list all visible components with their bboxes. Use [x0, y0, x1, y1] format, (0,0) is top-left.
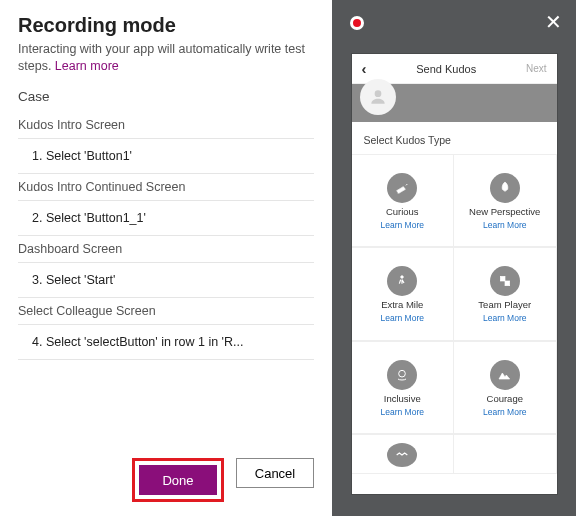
hiker-icon — [387, 266, 417, 296]
panel-subtitle: Interacting with your app will automatic… — [18, 41, 314, 75]
step-row[interactable]: 3. Select 'Start' — [18, 263, 314, 298]
puzzle-icon — [490, 266, 520, 296]
kudos-label: Curious — [386, 206, 419, 217]
panel-footer: Done Cancel — [18, 444, 314, 502]
avatar-band — [352, 84, 557, 122]
close-icon[interactable]: ✕ — [545, 12, 562, 32]
kudos-courage[interactable]: Courage Learn More — [454, 341, 557, 434]
step-row[interactable]: 4. Select 'selectButton' in row 1 in 'R.… — [18, 325, 314, 360]
svg-point-1 — [401, 276, 404, 279]
steps-list: Kudos Intro Screen 1. Select 'Button1' K… — [18, 112, 314, 444]
kudos-label: Extra Mile — [381, 299, 423, 310]
learn-more-link[interactable]: Learn More — [381, 220, 424, 230]
telescope-icon — [387, 173, 417, 203]
kudos-extra-mile[interactable]: Extra Mile Learn More — [352, 247, 455, 340]
preview-area: ✕ ‹ Send Kudos Next Select Kudos Type Cu… — [332, 0, 576, 516]
step-row[interactable]: 2. Select 'Button1_1' — [18, 201, 314, 236]
kudos-label: Inclusive — [384, 393, 421, 404]
kudos-inclusive[interactable]: Inclusive Learn More — [352, 341, 455, 434]
svg-rect-2 — [500, 277, 505, 282]
record-icon[interactable] — [350, 16, 364, 30]
phone-preview: ‹ Send Kudos Next Select Kudos Type Curi… — [352, 54, 557, 494]
section-title: Kudos Intro Continued Screen — [18, 174, 314, 201]
cancel-button[interactable]: Cancel — [236, 458, 314, 488]
done-button[interactable]: Done — [139, 465, 217, 495]
highlight-box: Done — [132, 458, 224, 502]
avatar — [360, 79, 396, 115]
kudos-partial[interactable] — [454, 434, 557, 474]
learn-more-link[interactable]: Learn More — [483, 220, 526, 230]
learn-more-link[interactable]: Learn More — [483, 313, 526, 323]
section-title: Kudos Intro Screen — [18, 112, 314, 139]
kudos-partial[interactable] — [352, 434, 455, 474]
svg-rect-3 — [505, 281, 510, 286]
svg-point-0 — [374, 90, 381, 97]
kudos-label: Team Player — [478, 299, 531, 310]
panel-title: Recording mode — [18, 14, 314, 37]
section-title: Select Colleague Screen — [18, 298, 314, 325]
learn-more-link[interactable]: Learn more — [55, 59, 119, 73]
globe-hand-icon — [387, 360, 417, 390]
recording-panel: Recording mode Interacting with your app… — [0, 0, 332, 516]
section-title: Dashboard Screen — [18, 236, 314, 263]
learn-more-link[interactable]: Learn More — [381, 313, 424, 323]
kudos-curious[interactable]: Curious Learn More — [352, 154, 455, 247]
phone-title: Send Kudos — [367, 63, 526, 75]
learn-more-link[interactable]: Learn More — [483, 407, 526, 417]
select-kudos-label: Select Kudos Type — [352, 122, 557, 154]
case-label: Case — [18, 89, 314, 104]
next-button[interactable]: Next — [526, 63, 547, 74]
svg-point-4 — [399, 370, 406, 377]
kudos-label: New Perspective — [469, 206, 540, 217]
learn-more-link[interactable]: Learn More — [381, 407, 424, 417]
kudos-team-player[interactable]: Team Player Learn More — [454, 247, 557, 340]
kudos-label: Courage — [487, 393, 523, 404]
kudos-new-perspective[interactable]: New Perspective Learn More — [454, 154, 557, 247]
kudos-grid: Curious Learn More New Perspective Learn… — [352, 154, 557, 494]
handshake-icon — [387, 443, 417, 467]
mountain-icon — [490, 360, 520, 390]
rocket-icon — [490, 173, 520, 203]
person-icon — [368, 87, 388, 107]
step-row[interactable]: 1. Select 'Button1' — [18, 139, 314, 174]
